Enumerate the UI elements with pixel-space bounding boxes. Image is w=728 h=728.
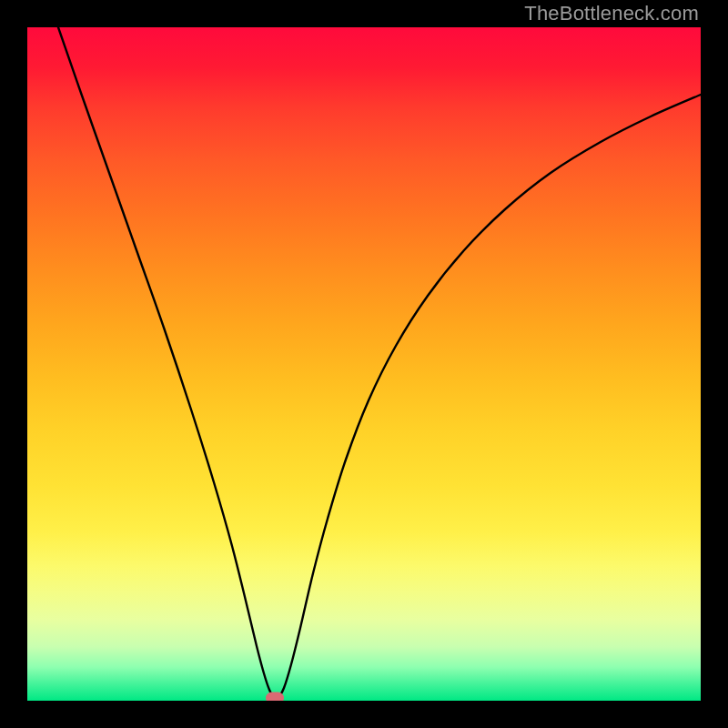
chart-frame: TheBottleneck.com <box>0 0 728 728</box>
curve-svg <box>27 27 701 701</box>
minimum-marker <box>266 693 284 702</box>
plot-area <box>27 27 701 701</box>
bottleneck-curve <box>58 27 701 698</box>
watermark-text: TheBottleneck.com <box>524 2 699 25</box>
